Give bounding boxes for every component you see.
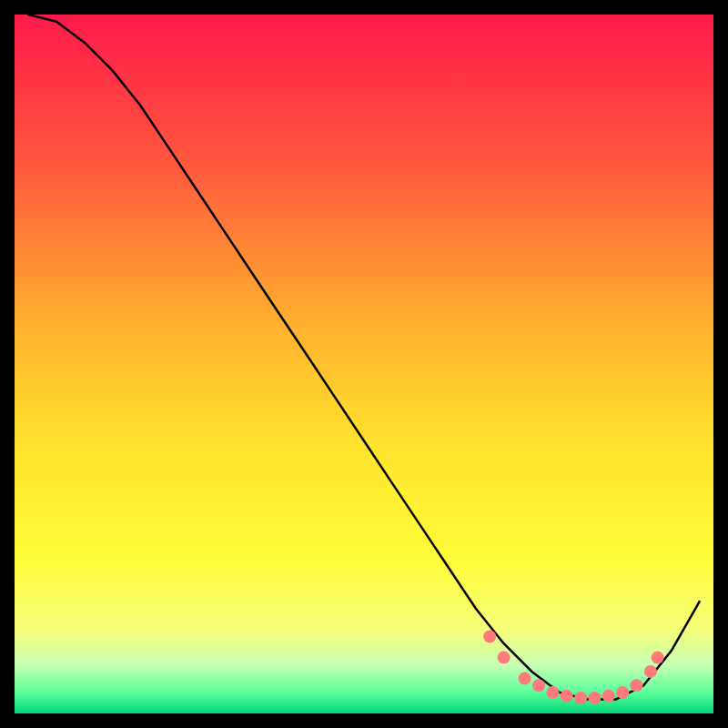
optimal-zone-dots-point <box>652 652 664 664</box>
gradient-background <box>15 15 713 713</box>
optimal-zone-dots-point <box>519 672 531 685</box>
optimal-zone-dots-point <box>588 692 601 704</box>
bottleneck-plot <box>15 15 713 713</box>
optimal-zone-dots-point <box>498 652 511 664</box>
optimal-zone-dots-point <box>602 690 615 703</box>
optimal-zone-dots-point <box>631 679 643 692</box>
chart-frame: TheBottleneck.com <box>15 15 713 713</box>
optimal-zone-dots-point <box>561 690 573 703</box>
optimal-zone-dots-point <box>616 686 629 699</box>
optimal-zone-dots-point <box>532 679 545 692</box>
optimal-zone-dots-point <box>546 686 559 699</box>
optimal-zone-dots-point <box>483 631 496 643</box>
optimal-zone-dots-point <box>574 692 587 704</box>
optimal-zone-dots-point <box>644 665 657 678</box>
